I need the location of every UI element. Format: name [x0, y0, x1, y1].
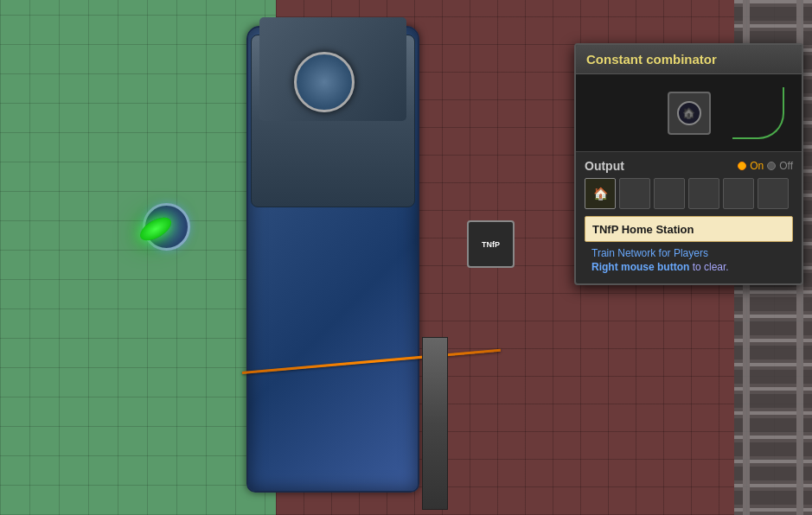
- on-label-text: On: [750, 160, 764, 172]
- off-radio[interactable]: [767, 162, 776, 170]
- signal-slots-row: 🏠: [585, 178, 793, 209]
- signal-slot-6[interactable]: [758, 178, 789, 209]
- station-icon: 🏠: [593, 187, 608, 200]
- constant-combinator-panel: Constant combinator Output On Off 🏠: [574, 43, 803, 285]
- combinator-wire: [732, 87, 784, 139]
- on-radio[interactable]: [738, 162, 746, 170]
- station-name-box[interactable]: TNfP Home Station: [585, 216, 793, 242]
- combinator-icon[interactable]: [668, 92, 711, 135]
- clear-suffix: to clear.: [689, 261, 728, 273]
- combinator-icon-inner: [677, 101, 701, 125]
- output-section: Output On Off 🏠 TNfP Home Station: [576, 152, 802, 283]
- signal-slot-4[interactable]: [688, 178, 719, 209]
- signal-slot-3[interactable]: [654, 178, 685, 209]
- output-label: Output: [585, 159, 624, 173]
- signal-slot-5[interactable]: [723, 178, 754, 209]
- panel-title: Constant combinator: [576, 45, 802, 74]
- on-off-toggle[interactable]: On Off: [738, 160, 793, 172]
- network-name-text: Train Network for Players: [591, 247, 786, 259]
- crane-structure: [422, 337, 448, 510]
- output-header: Output On Off: [585, 159, 793, 173]
- floor-left: [0, 0, 277, 515]
- green-item: [134, 207, 177, 251]
- clear-instruction: Right mouse button to clear.: [591, 261, 786, 273]
- combinator-preview: [576, 74, 802, 152]
- network-info: Train Network for Players Right mouse bu…: [585, 244, 793, 277]
- station-name-text: TNfP Home Station: [592, 223, 694, 236]
- tnfp-station-sign[interactable]: TNfP: [467, 220, 515, 268]
- signal-slot-1[interactable]: 🏠: [585, 178, 616, 209]
- train-engine-circle: [294, 52, 355, 112]
- green-glow: [137, 213, 176, 245]
- right-mouse-button-label: Right mouse button: [591, 261, 689, 273]
- signal-slot-2[interactable]: [619, 178, 650, 209]
- off-label-text: Off: [779, 160, 793, 172]
